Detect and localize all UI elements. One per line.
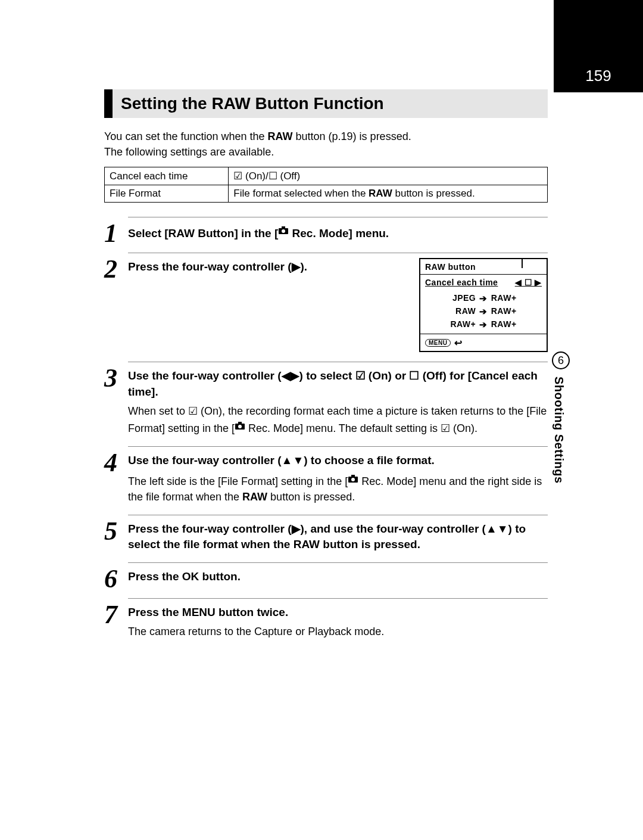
step-title: Select [RAW Button] in the [ Rec. Mode] … — [128, 223, 548, 241]
step-title: Press the four-way controller (▶). — [128, 259, 401, 275]
svg-point-8 — [351, 478, 355, 481]
svg-rect-7 — [351, 475, 355, 477]
step: 1 Select [RAW Button] in the [ Rec. Mode… — [104, 217, 548, 247]
step-number: 7 — [104, 598, 128, 628]
chapter-number: 6 — [558, 354, 564, 367]
intro-text: You can set the function when the RAW bu… — [104, 129, 548, 160]
lcd-format-line: JPEG➔RAW+ — [420, 292, 547, 305]
table-cell: Cancel each time — [105, 167, 229, 185]
step-number: 4 — [104, 446, 128, 476]
step-description: When set to ☑ (On), the recording format… — [128, 403, 548, 436]
arrow-right-icon: ➔ — [479, 293, 488, 304]
lcd-title: RAW button — [420, 259, 547, 275]
page-number-tab: 159 — [554, 0, 643, 92]
lcd-format-list: JPEG➔RAW+ RAW➔RAW+ RAW+➔RAW+ — [420, 290, 547, 334]
camera-icon — [235, 419, 245, 434]
lcd-footer: MENU ↩ — [420, 334, 547, 351]
camera-icon — [348, 472, 358, 487]
menu-pill: MENU — [425, 339, 451, 347]
return-arrow-icon: ↩ — [454, 337, 463, 349]
table-cell: File format selected when the RAW button… — [229, 185, 548, 203]
section-heading: Setting the RAW Button Function — [121, 94, 548, 113]
svg-point-2 — [282, 229, 285, 233]
arrow-right-icon: ➔ — [479, 306, 488, 317]
step: 3 Use the four-way controller (◀▶) to se… — [104, 362, 548, 440]
table-cell: File Format — [105, 185, 229, 203]
lcd-screen-diagram: RAW button Cancel each time ◀ ☐ ▶ JPEG➔R… — [419, 258, 548, 352]
step-number: 1 — [104, 217, 128, 247]
step-number: 6 — [104, 562, 128, 592]
camera-icon — [278, 223, 289, 239]
lcd-tab-stub — [522, 258, 548, 268]
step: 2 Press the four-way controller (▶). RAW… — [104, 253, 548, 356]
lcd-row-cancel: Cancel each time ◀ ☐ ▶ — [420, 275, 547, 290]
svg-rect-1 — [282, 226, 285, 229]
step: 6 Press the OK button. — [104, 562, 548, 592]
step-description: The left side is the [File Format] setti… — [128, 472, 548, 505]
settings-table: Cancel each time ☑ (On)/☐ (Off) File For… — [104, 167, 548, 203]
chapter-label: Shooting Settings — [552, 377, 566, 484]
lcd-format-line: RAW➔RAW+ — [420, 305, 547, 318]
table-row: File Format File format selected when th… — [105, 185, 548, 203]
table-cell: ☑ (On)/☐ (Off) — [229, 167, 548, 185]
chapter-number-circle: 6 — [552, 351, 570, 369]
step: 5 Press the four-way controller (▶), and… — [104, 515, 548, 556]
arrow-right-icon: ➔ — [479, 319, 488, 330]
svg-rect-4 — [238, 422, 242, 424]
step-description: The camera returns to the Capture or Pla… — [128, 624, 548, 639]
step-number: 2 — [104, 253, 128, 282]
page-content: Setting the RAW Button Function You can … — [0, 0, 643, 696]
step-number: 5 — [104, 515, 128, 545]
step-title: Press the OK button. — [128, 569, 548, 585]
side-tab: 6 Shooting Settings — [552, 351, 570, 484]
table-row: Cancel each time ☑ (On)/☐ (Off) — [105, 167, 548, 185]
step: 4 Use the four-way controller (▲▼) to ch… — [104, 446, 548, 509]
svg-point-5 — [238, 425, 242, 428]
step-title: Press the four-way controller (▶), and u… — [128, 521, 548, 553]
section-heading-bar: Setting the RAW Button Function — [104, 89, 548, 118]
step-title: Use the four-way controller (◀▶) to sele… — [128, 368, 548, 400]
page-number: 159 — [585, 67, 611, 85]
step-title: Use the four-way controller (▲▼) to choo… — [128, 453, 548, 469]
step-number: 3 — [104, 362, 128, 391]
step: 7 Press the MENU button twice. The camer… — [104, 598, 548, 643]
step-title: Press the MENU button twice. — [128, 605, 548, 621]
lcd-format-line: RAW+➔RAW+ — [420, 318, 547, 331]
